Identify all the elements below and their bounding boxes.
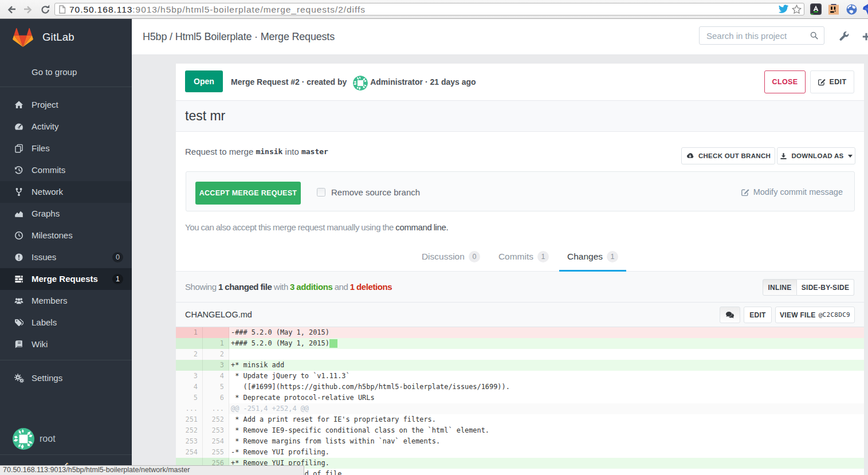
old-line-number[interactable] (176, 338, 203, 349)
address-bar[interactable]: 70.50.168.113:9013/h5bp/html5-boilerplat… (54, 3, 804, 15)
sidebar-item[interactable]: Files (0, 138, 132, 159)
sidebar-item[interactable]: Activity (0, 116, 132, 138)
sidebar-item[interactable]: Labels (0, 312, 132, 333)
old-line-number[interactable]: 1 (176, 327, 203, 338)
edit-button[interactable]: EDIT (810, 70, 854, 93)
tasks-icon (14, 274, 23, 284)
diff-line-code: -### 5.2.0 (May 1, 2015) (231, 328, 329, 336)
old-line-number[interactable] (176, 360, 203, 371)
diff-line-text: \ No newline at end of file (229, 469, 864, 475)
bookmark-star-icon[interactable] (791, 4, 802, 17)
old-line-number[interactable]: 5 (176, 392, 203, 403)
sidebar-item-label: Wiki (32, 333, 48, 355)
sidebar-item[interactable]: Milestones (0, 225, 132, 246)
clipped-blue-extension-icon[interactable] (863, 4, 868, 17)
browser-reload-icon[interactable] (38, 2, 53, 17)
diff-file-header: CHANGELOG.md EDIT VIEW FILE @c2c8dc9 (176, 303, 864, 327)
sidebar-item[interactable]: Wiki (0, 333, 132, 355)
download-as-button[interactable]: DOWNLOAD AS (777, 147, 855, 164)
gitlab-logo[interactable]: GitLab (13, 26, 74, 49)
new-line-number[interactable]: 252 (203, 414, 229, 425)
new-project-plus-icon[interactable] (862, 32, 868, 44)
sidebar-user[interactable]: root (13, 428, 56, 450)
tab[interactable]: Commits 1 (490, 242, 557, 271)
sidebar-item[interactable]: Project (0, 94, 132, 116)
old-line-number[interactable]: 251 (176, 414, 203, 425)
file-edit-button[interactable]: EDIT (744, 307, 772, 323)
new-line-number[interactable] (203, 327, 229, 338)
old-line-number[interactable]: 254 (176, 447, 203, 458)
new-line-number[interactable]: 2 (203, 349, 229, 360)
inline-view-button[interactable]: INLINE (763, 279, 797, 296)
go-to-group-link[interactable]: Go to group (32, 67, 77, 77)
sidebar-item[interactable]: Commits (0, 159, 132, 181)
caret-down-icon (848, 155, 853, 158)
clock-icon-graphic (14, 231, 23, 240)
new-line-number[interactable]: 4 (203, 371, 229, 382)
admin-wrench-icon[interactable] (839, 32, 849, 44)
tasks-icon-graphic (14, 274, 23, 284)
new-line-number[interactable]: 254 (203, 436, 229, 447)
new-line-number[interactable]: ... (203, 403, 229, 414)
command-line-link[interactable]: command line. (395, 222, 448, 232)
twitter-icon[interactable] (778, 5, 789, 16)
dark-a-extension-icon[interactable] (810, 3, 822, 18)
sidebar-footer-divider (0, 454, 132, 455)
view-file-button[interactable]: VIEW FILE @c2c8dc9 (775, 307, 855, 323)
diff-row: 252 253 * Remove IE9-specific conditiona… (176, 425, 864, 436)
new-line-number[interactable]: 5 (203, 382, 229, 392)
search-icon-graphic (810, 31, 819, 40)
area-chart-icon (14, 209, 23, 218)
browser-back-icon[interactable] (4, 2, 19, 17)
old-line-number[interactable]: 4 (176, 382, 203, 392)
browser-forward-icon-graphic (23, 5, 33, 15)
diff-line-code: +### 5.2.0 (May 1, 2015) (231, 339, 329, 347)
old-line-number[interactable]: 252 (176, 425, 203, 436)
new-line-number[interactable]: 3 (203, 360, 229, 371)
diff-row: ... ... @@ -251,4 +252,4 @@ (176, 403, 864, 414)
new-line-number[interactable]: 253 (203, 425, 229, 436)
check-out-branch-button[interactable]: CHECK OUT BRANCH (681, 147, 775, 164)
diff-line-code: +* minsik add (231, 361, 284, 369)
modify-commit-message-link[interactable]: Modify commit message (741, 172, 843, 212)
search-input[interactable] (706, 27, 810, 44)
manual-hint-text: You can also accept this merge request m… (185, 222, 394, 232)
tab[interactable]: Discussion 0 (414, 242, 488, 271)
url-text: 70.50.168.113:9013/h5bp/html5-boilerplat… (69, 3, 366, 15)
side-by-side-view-button[interactable]: SIDE-BY-SIDE (797, 279, 854, 296)
old-line-number[interactable]: 2 (176, 349, 203, 360)
browser-forward-icon[interactable] (21, 2, 36, 17)
old-line-number[interactable]: 3 (176, 371, 203, 382)
tab[interactable]: Changes 1 (559, 242, 626, 271)
clock-icon (14, 231, 23, 240)
diff-line-text (229, 349, 864, 360)
diff-inline-highlight (329, 339, 337, 348)
sidebar-item[interactable]: Network (0, 181, 132, 203)
deletions-count: 1 deletions (350, 282, 392, 292)
accept-merge-request-button[interactable]: ACCEPT MERGE REQUEST (195, 182, 301, 205)
diff-line-text: ([#1699](https://github.com/h5bp/html5-b… (229, 382, 864, 392)
tags-icon-graphic (14, 318, 23, 327)
sidebar-item[interactable]: Issues 0 (0, 246, 132, 268)
new-line-number[interactable]: 1 (203, 338, 229, 349)
exclamation-circle-icon-graphic (14, 253, 23, 262)
globe-extension-icon[interactable] (846, 4, 857, 17)
sidebar-item-settings[interactable]: Settings (0, 367, 132, 389)
old-line-number[interactable]: 253 (176, 436, 203, 447)
sidebar-item[interactable]: Members (0, 290, 132, 312)
browser-back-icon-graphic (6, 5, 17, 15)
sidebar-item[interactable]: Graphs (0, 203, 132, 225)
clipped-blue-extension-icon-graphic (863, 4, 868, 15)
close-button[interactable]: CLOSE (764, 70, 806, 93)
toggle-comments-button[interactable] (720, 307, 740, 323)
old-line-number[interactable]: ... (176, 403, 203, 414)
diff-line-code: * Deprecate protocol-relative URLs (231, 394, 375, 402)
new-line-number[interactable]: 255 (203, 447, 229, 458)
diff-row: 251 252 * Add a print reset for IE's pro… (176, 414, 864, 425)
new-line-number[interactable]: 6 (203, 392, 229, 403)
sidebar-item[interactable]: Merge Requests 1 (0, 268, 132, 290)
sidebar-item-badge: 1 (112, 274, 123, 284)
remove-source-branch-checkbox[interactable] (317, 188, 325, 197)
tan-face-extension-icon[interactable] (828, 4, 839, 17)
diff-summary-bar: Showing 1 changed file with 3 additions … (176, 272, 864, 303)
